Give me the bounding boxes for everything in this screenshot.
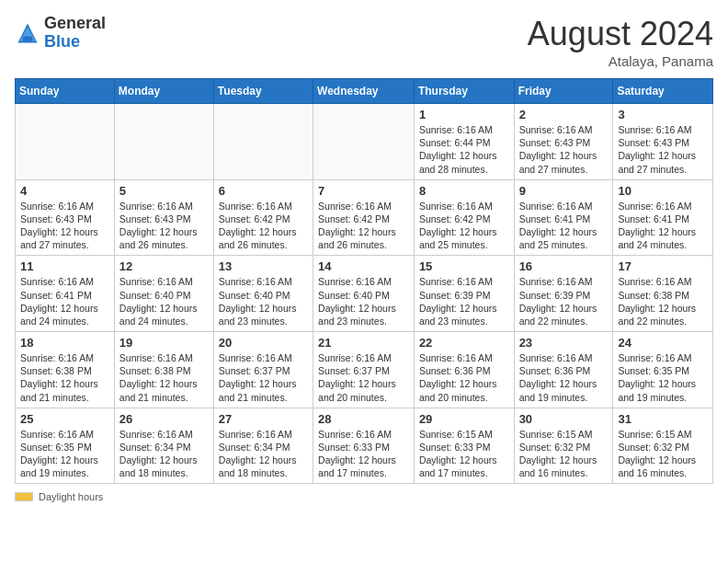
day-info: Sunrise: 6:16 AMSunset: 6:42 PMDaylight:… — [318, 200, 409, 252]
day-number: 8 — [419, 184, 509, 198]
day-info: Sunrise: 6:16 AMSunset: 6:33 PMDaylight:… — [318, 428, 409, 480]
day-info: Sunrise: 6:15 AMSunset: 6:32 PMDaylight:… — [519, 428, 609, 480]
day-info: Sunrise: 6:16 AMSunset: 6:40 PMDaylight:… — [219, 275, 308, 327]
day-info: Sunrise: 6:16 AMSunset: 6:41 PMDaylight:… — [20, 275, 109, 327]
day-info: Sunrise: 6:16 AMSunset: 6:42 PMDaylight:… — [219, 200, 308, 252]
day-number: 28 — [318, 412, 409, 426]
svg-rect-2 — [23, 36, 33, 40]
location: Atalaya, Panama — [528, 53, 713, 69]
day-info: Sunrise: 6:16 AMSunset: 6:37 PMDaylight:… — [318, 351, 409, 404]
day-number: 9 — [519, 184, 609, 198]
calendar-cell-w4-d2: 19Sunrise: 6:16 AMSunset: 6:38 PMDayligh… — [114, 332, 213, 408]
calendar-cell-w2-d2: 5Sunrise: 6:16 AMSunset: 6:43 PMDaylight… — [114, 179, 213, 256]
day-number: 14 — [318, 259, 409, 273]
col-wednesday: Wednesday — [313, 79, 415, 104]
day-number: 26 — [119, 412, 209, 426]
calendar-cell-w2-d1: 4Sunrise: 6:16 AMSunset: 6:43 PMDaylight… — [16, 179, 115, 256]
day-number: 21 — [318, 336, 409, 350]
calendar-cell-w4-d5: 22Sunrise: 6:16 AMSunset: 6:36 PMDayligh… — [414, 332, 514, 408]
day-info: Sunrise: 6:16 AMSunset: 6:36 PMDaylight:… — [519, 351, 609, 404]
day-info: Sunrise: 6:16 AMSunset: 6:38 PMDaylight:… — [20, 351, 109, 404]
col-friday: Friday — [514, 79, 613, 104]
day-number: 16 — [519, 259, 609, 273]
calendar-week-3: 11Sunrise: 6:16 AMSunset: 6:41 PMDayligh… — [16, 256, 713, 332]
day-info: Sunrise: 6:15 AMSunset: 6:33 PMDaylight:… — [419, 428, 509, 480]
day-info: Sunrise: 6:16 AMSunset: 6:41 PMDaylight:… — [618, 200, 708, 252]
logo-text: General Blue — [44, 15, 106, 52]
day-info: Sunrise: 6:16 AMSunset: 6:38 PMDaylight:… — [618, 275, 708, 327]
calendar-cell-w1-d3 — [213, 104, 313, 180]
day-info: Sunrise: 6:16 AMSunset: 6:42 PMDaylight:… — [419, 200, 509, 252]
day-info: Sunrise: 6:16 AMSunset: 6:43 PMDaylight:… — [119, 200, 209, 252]
day-number: 2 — [519, 108, 609, 121]
calendar-week-5: 25Sunrise: 6:16 AMSunset: 6:35 PMDayligh… — [16, 408, 713, 484]
calendar-cell-w5-d5: 29Sunrise: 6:15 AMSunset: 6:33 PMDayligh… — [414, 408, 514, 484]
day-info: Sunrise: 6:15 AMSunset: 6:32 PMDaylight:… — [618, 428, 708, 480]
month-year: August 2024 — [528, 15, 713, 53]
day-info: Sunrise: 6:16 AMSunset: 6:43 PMDaylight:… — [618, 123, 708, 176]
day-info: Sunrise: 6:16 AMSunset: 6:44 PMDaylight:… — [419, 123, 509, 176]
calendar-body: 1Sunrise: 6:16 AMSunset: 6:44 PMDaylight… — [16, 104, 713, 484]
calendar-cell-w3-d3: 13Sunrise: 6:16 AMSunset: 6:40 PMDayligh… — [213, 256, 313, 332]
logo: General Blue — [15, 15, 106, 52]
col-thursday: Thursday — [414, 79, 514, 104]
calendar-cell-w1-d4 — [313, 104, 415, 180]
calendar: Sunday Monday Tuesday Wednesday Thursday… — [15, 78, 713, 484]
daylight-bar-icon — [15, 492, 33, 501]
day-info: Sunrise: 6:16 AMSunset: 6:43 PMDaylight:… — [519, 123, 609, 176]
day-number: 31 — [618, 412, 708, 426]
calendar-cell-w3-d1: 11Sunrise: 6:16 AMSunset: 6:41 PMDayligh… — [16, 256, 115, 332]
calendar-week-4: 18Sunrise: 6:16 AMSunset: 6:38 PMDayligh… — [16, 332, 713, 408]
day-number: 12 — [119, 259, 209, 273]
col-sunday: Sunday — [16, 79, 115, 104]
calendar-cell-w3-d4: 14Sunrise: 6:16 AMSunset: 6:40 PMDayligh… — [313, 256, 415, 332]
calendar-cell-w2-d6: 9Sunrise: 6:16 AMSunset: 6:41 PMDaylight… — [514, 179, 613, 256]
day-number: 23 — [519, 336, 609, 350]
day-number: 25 — [20, 412, 109, 426]
footer-label: Daylight hours — [39, 491, 103, 502]
calendar-cell-w3-d2: 12Sunrise: 6:16 AMSunset: 6:40 PMDayligh… — [114, 256, 213, 332]
day-info: Sunrise: 6:16 AMSunset: 6:34 PMDaylight:… — [219, 428, 308, 480]
calendar-cell-w4-d3: 20Sunrise: 6:16 AMSunset: 6:37 PMDayligh… — [213, 332, 313, 408]
day-info: Sunrise: 6:16 AMSunset: 6:34 PMDaylight:… — [119, 428, 209, 480]
day-number: 1 — [419, 108, 509, 121]
calendar-cell-w5-d4: 28Sunrise: 6:16 AMSunset: 6:33 PMDayligh… — [313, 408, 415, 484]
day-number: 19 — [119, 336, 209, 350]
day-number: 30 — [519, 412, 609, 426]
day-number: 7 — [318, 184, 409, 198]
calendar-cell-w4-d7: 24Sunrise: 6:16 AMSunset: 6:35 PMDayligh… — [613, 332, 713, 408]
day-number: 20 — [219, 336, 308, 350]
calendar-cell-w4-d4: 21Sunrise: 6:16 AMSunset: 6:37 PMDayligh… — [313, 332, 415, 408]
calendar-cell-w5-d6: 30Sunrise: 6:15 AMSunset: 6:32 PMDayligh… — [514, 408, 613, 484]
calendar-cell-w1-d7: 3Sunrise: 6:16 AMSunset: 6:43 PMDaylight… — [613, 104, 713, 180]
calendar-cell-w3-d7: 17Sunrise: 6:16 AMSunset: 6:38 PMDayligh… — [613, 256, 713, 332]
calendar-cell-w4-d6: 23Sunrise: 6:16 AMSunset: 6:36 PMDayligh… — [514, 332, 613, 408]
day-info: Sunrise: 6:16 AMSunset: 6:37 PMDaylight:… — [219, 351, 308, 404]
header-row: Sunday Monday Tuesday Wednesday Thursday… — [16, 79, 713, 104]
title-area: August 2024 Atalaya, Panama — [528, 15, 713, 69]
day-number: 27 — [219, 412, 308, 426]
day-number: 24 — [618, 336, 708, 350]
day-info: Sunrise: 6:16 AMSunset: 6:39 PMDaylight:… — [519, 275, 609, 327]
calendar-cell-w3-d5: 15Sunrise: 6:16 AMSunset: 6:39 PMDayligh… — [414, 256, 514, 332]
day-info: Sunrise: 6:16 AMSunset: 6:43 PMDaylight:… — [20, 200, 109, 252]
day-number: 10 — [618, 184, 708, 198]
calendar-cell-w2-d7: 10Sunrise: 6:16 AMSunset: 6:41 PMDayligh… — [613, 179, 713, 256]
calendar-cell-w5-d7: 31Sunrise: 6:15 AMSunset: 6:32 PMDayligh… — [613, 408, 713, 484]
calendar-cell-w2-d4: 7Sunrise: 6:16 AMSunset: 6:42 PMDaylight… — [313, 179, 415, 256]
calendar-cell-w2-d5: 8Sunrise: 6:16 AMSunset: 6:42 PMDaylight… — [414, 179, 514, 256]
calendar-cell-w5-d2: 26Sunrise: 6:16 AMSunset: 6:34 PMDayligh… — [114, 408, 213, 484]
calendar-cell-w5-d3: 27Sunrise: 6:16 AMSunset: 6:34 PMDayligh… — [213, 408, 313, 484]
day-info: Sunrise: 6:16 AMSunset: 6:35 PMDaylight:… — [618, 351, 708, 404]
calendar-cell-w1-d2 — [114, 104, 213, 180]
footer-note: Daylight hours — [15, 491, 713, 502]
day-info: Sunrise: 6:16 AMSunset: 6:40 PMDaylight:… — [119, 275, 209, 327]
day-info: Sunrise: 6:16 AMSunset: 6:40 PMDaylight:… — [318, 275, 409, 327]
day-number: 22 — [419, 336, 509, 350]
day-number: 6 — [219, 184, 308, 198]
day-info: Sunrise: 6:16 AMSunset: 6:39 PMDaylight:… — [419, 275, 509, 327]
calendar-cell-w1-d6: 2Sunrise: 6:16 AMSunset: 6:43 PMDaylight… — [514, 104, 613, 180]
col-tuesday: Tuesday — [213, 79, 313, 104]
calendar-cell-w3-d6: 16Sunrise: 6:16 AMSunset: 6:39 PMDayligh… — [514, 256, 613, 332]
calendar-cell-w1-d5: 1Sunrise: 6:16 AMSunset: 6:44 PMDaylight… — [414, 104, 514, 180]
